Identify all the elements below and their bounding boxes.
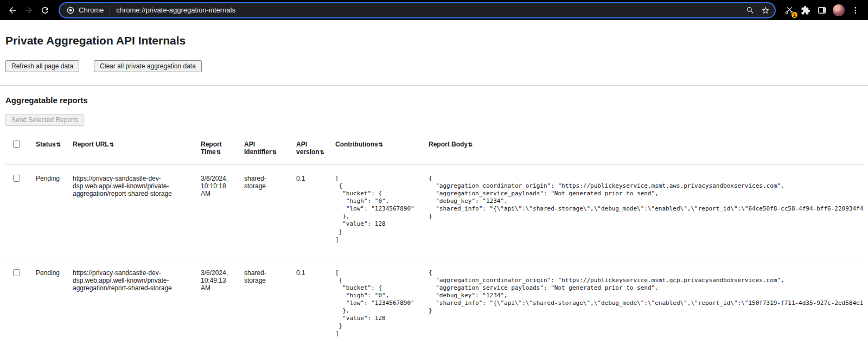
zoom-button[interactable] [743,3,757,17]
api-version-cell: 0.1 [292,165,331,259]
table-row: Pending https://privacy-sandcastle-dev-d… [5,165,863,259]
report-body-json: { "aggregation_coordinator_origin": "htt… [429,175,858,220]
column-header-contributions[interactable]: Contributions⇅ [331,134,424,165]
url-text[interactable]: chrome://private-aggregation-internals [116,6,743,14]
sort-icon: ⇅ [320,149,324,155]
refresh-all-button[interactable]: Refresh all page data [5,60,79,72]
site-chip[interactable]: Chrome [66,6,104,15]
contributions-json: [ { "bucket": { "high": "0", "low": "123… [335,175,420,244]
three-dot-menu-icon [851,5,860,15]
extensions-button[interactable] [797,2,814,18]
column-header-report-body[interactable]: Report Body⇅ [424,134,863,165]
status-cell: Pending [31,259,68,338]
chrome-logo-icon [66,6,75,15]
chip-divider [110,6,110,14]
contributions-json: [ { "bucket": { "high": "0", "low": "123… [335,269,420,338]
select-all-checkbox[interactable] [13,141,20,148]
page-title: Private Aggregation API Internals [5,34,863,47]
puzzle-icon [801,5,810,15]
api-identifier-cell: shared-storage [240,165,292,259]
sort-icon: ⇅ [379,142,383,148]
sort-icon: ⇅ [216,149,221,155]
reload-button[interactable] [37,2,53,18]
aggregatable-reports-table: Status⇅ Report URL⇅ Report Time⇅ API ide… [5,134,863,338]
star-icon [761,6,770,15]
report-body-json: { "aggregation_coordinator_origin": "htt… [429,269,858,315]
profile-avatar[interactable] [833,4,845,16]
side-panel-icon [817,5,827,15]
side-panel-button[interactable] [814,2,830,18]
row-select-checkbox[interactable] [13,269,20,276]
extension-badge: 1 [791,11,798,18]
browser-menu-button[interactable] [847,2,864,18]
sort-icon: ⇅ [110,142,114,148]
search-icon [746,6,755,15]
column-header-report-url[interactable]: Report URL⇅ [68,134,196,165]
section-title: Aggregatable reports [5,95,863,105]
api-version-cell: 0.1 [292,259,331,338]
table-header-row: Status⇅ Report URL⇅ Report Time⇅ API ide… [5,134,863,165]
forward-button[interactable] [21,2,37,18]
column-header-status[interactable]: Status⇅ [31,134,68,165]
report-url-cell: https://privacy-sandcastle-dev-dsp.web.a… [68,259,196,338]
clear-all-button[interactable]: Clear all private aggregation data [94,60,202,72]
section-divider [0,85,868,86]
column-header-api-version[interactable]: API version⇅ [292,134,331,165]
report-time-cell: 3/6/2024, 10:49:13 AM [196,259,240,338]
bookmark-button[interactable] [758,3,773,17]
site-chip-label: Chrome [79,6,104,14]
api-identifier-cell: shared-storage [240,259,292,338]
column-header-api-identifier[interactable]: API identifier⇅ [240,134,292,165]
address-bar[interactable]: Chrome chrome://private-aggregation-inte… [59,2,776,18]
sort-icon: ⇅ [272,149,277,155]
pinned-extension-button[interactable]: 1 [781,2,797,18]
back-arrow-icon [8,5,17,15]
page-actions: Refresh all page data Clear all private … [5,60,863,72]
column-header-report-time[interactable]: Report Time⇅ [196,134,240,165]
sort-icon: ⇅ [468,142,473,148]
report-time-cell: 3/6/2024, 10:10:18 AM [196,165,240,259]
back-button[interactable] [4,2,21,18]
table-actions: Send Selected Reports [5,114,863,126]
browser-toolbar: Chrome chrome://private-aggregation-inte… [0,0,868,20]
report-url-cell: https://privacy-sandcastle-dev-dsp.web.a… [68,165,196,259]
status-cell: Pending [31,165,68,259]
reload-icon [40,5,50,15]
row-select-checkbox[interactable] [13,175,20,182]
send-selected-reports-button[interactable]: Send Selected Reports [5,114,84,126]
forward-arrow-icon [24,5,34,15]
table-row: Pending https://privacy-sandcastle-dev-d… [5,259,863,338]
sort-icon: ⇅ [56,142,61,148]
